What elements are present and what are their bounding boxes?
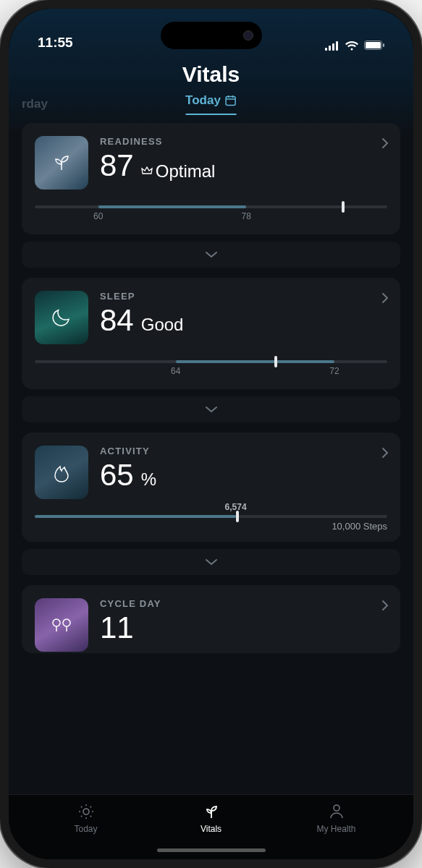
- sprout-icon: [202, 802, 221, 821]
- svg-point-13: [83, 809, 89, 814]
- svg-rect-5: [366, 42, 381, 48]
- person-icon: [327, 802, 346, 821]
- svg-rect-7: [226, 97, 235, 106]
- readiness-score: 87: [100, 148, 134, 183]
- chevron-right-icon: [381, 447, 389, 459]
- readiness-card[interactable]: READINESS 87 Optimal: [22, 123, 400, 234]
- sprout-icon: [50, 151, 73, 174]
- flame-icon: [51, 461, 72, 483]
- activity-score: 65: [100, 458, 134, 493]
- sleep-thumb: [35, 291, 88, 344]
- svg-point-14: [334, 805, 339, 811]
- readiness-label: READINESS: [100, 136, 387, 147]
- sleep-card[interactable]: SLEEP 84 Good 64 72: [22, 278, 400, 389]
- activity-label: ACTIVITY: [100, 446, 387, 456]
- status-indicators: [325, 41, 384, 51]
- chevron-right-icon: [381, 600, 389, 611]
- chevron-right-icon: [381, 292, 389, 304]
- content-scroll[interactable]: READINESS 87 Optimal: [9, 119, 413, 794]
- activity-card[interactable]: ACTIVITY 65 % 6,574 10,000 Steps: [22, 433, 400, 542]
- readiness-expand[interactable]: [22, 242, 400, 268]
- activity-thumb: [35, 446, 88, 499]
- chevron-down-icon: [205, 558, 218, 566]
- moon-icon: [51, 307, 72, 328]
- sleep-range-labels: 64 72: [35, 366, 387, 379]
- page-title: Vitals: [9, 54, 413, 97]
- svg-rect-2: [332, 43, 334, 51]
- day-tabs: rday Today: [9, 97, 413, 119]
- wifi-icon: [345, 41, 359, 51]
- chevron-right-icon: [381, 137, 389, 149]
- cellular-icon: [325, 41, 339, 51]
- sleep-status: Good: [141, 315, 184, 335]
- day-tab-today-label: Today: [185, 93, 221, 108]
- nav-today[interactable]: Today: [23, 802, 148, 834]
- svg-rect-0: [325, 48, 327, 51]
- svg-rect-1: [329, 46, 331, 51]
- sleep-label: SLEEP: [100, 291, 387, 302]
- svg-rect-6: [383, 43, 384, 47]
- sleep-expand[interactable]: [22, 396, 400, 422]
- calendar-icon: [225, 95, 237, 106]
- readiness-range-labels: 60 78: [35, 211, 387, 224]
- home-indicator[interactable]: [157, 848, 266, 852]
- nav-vitals[interactable]: Vitals: [148, 802, 274, 834]
- sun-icon: [77, 802, 96, 821]
- cycle-card[interactable]: CYCLE DAY 11: [22, 585, 400, 653]
- nav-myhealth[interactable]: My Health: [274, 802, 399, 834]
- sleep-range: [35, 360, 387, 363]
- activity-progress: 6,574: [35, 515, 387, 518]
- readiness-arrow[interactable]: [381, 137, 389, 149]
- readiness-status: Optimal: [141, 161, 216, 182]
- nav-vitals-label: Vitals: [201, 824, 221, 834]
- device-notch: [161, 22, 262, 49]
- status-time: 11:55: [38, 35, 73, 51]
- svg-rect-3: [336, 41, 338, 51]
- battery-icon: [364, 41, 384, 51]
- chevron-down-icon: [205, 406, 218, 413]
- svg-point-11: [53, 619, 60, 626]
- cycle-arrow[interactable]: [381, 600, 389, 611]
- cycle-label: CYCLE DAY: [100, 598, 387, 609]
- cycle-icon: [51, 616, 72, 634]
- sleep-arrow[interactable]: [381, 292, 389, 304]
- sleep-score: 84: [100, 303, 134, 338]
- activity-arrow[interactable]: [381, 447, 389, 459]
- activity-unit: %: [141, 469, 156, 490]
- activity-goal: 10,000 Steps: [35, 521, 387, 532]
- chevron-down-icon: [205, 251, 218, 258]
- cycle-score: 11: [100, 610, 134, 645]
- readiness-range: [35, 205, 387, 208]
- activity-expand[interactable]: [22, 549, 400, 575]
- day-tab-previous[interactable]: rday: [22, 97, 48, 111]
- svg-point-12: [63, 619, 70, 626]
- readiness-thumb: [35, 136, 88, 190]
- nav-today-label: Today: [74, 824, 97, 834]
- cycle-thumb: [35, 598, 88, 652]
- crown-icon: [141, 166, 153, 176]
- nav-myhealth-label: My Health: [316, 824, 355, 834]
- day-tab-today[interactable]: Today: [185, 93, 237, 115]
